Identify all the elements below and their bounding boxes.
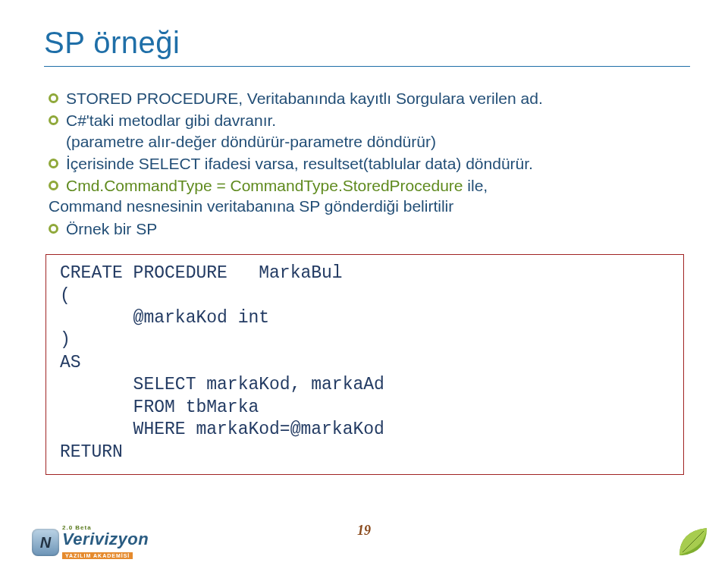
- bullet-text: STORED PROCEDURE, Veritabanında kayıtlı …: [66, 88, 543, 108]
- bullet-icon: [49, 179, 58, 195]
- bullet-icon: [49, 222, 58, 238]
- bullet-icon: [49, 114, 58, 130]
- bullet-text: C#'taki metodlar gibi davranır.: [66, 110, 276, 130]
- code-inline: Cmd.CommandType = CommandType.StoredProc…: [66, 177, 463, 194]
- bullet-continuation: (parametre alır-değer döndürür-parametre…: [66, 131, 436, 152]
- leaf-icon: [676, 525, 710, 558]
- page-number: 19: [357, 523, 371, 539]
- bullet-text: Örnek bir SP: [66, 218, 157, 239]
- bullet-list: STORED PROCEDURE, Veritabanında kayıtlı …: [44, 88, 690, 239]
- logo-subtitle: YAZILIM AKADEMİSİ: [62, 552, 133, 559]
- logo-badge-icon: N: [32, 529, 59, 556]
- bullet-icon: [49, 157, 58, 173]
- bullet-icon: [49, 92, 58, 108]
- brand-logo: N 2.0 Beta Verivizyon YAZILIM AKADEMİSİ: [32, 525, 149, 560]
- logo-brand: Verivizyon: [62, 531, 149, 548]
- bullet-text: İçerisinde SELECT ifadesi varsa, results…: [66, 153, 533, 174]
- slide-title: SP örneği: [44, 26, 690, 67]
- code-block: CREATE PROCEDURE MarkaBul ( @markaKod in…: [46, 254, 684, 475]
- bullet-text: Cmd.CommandType = CommandType.StoredProc…: [66, 175, 488, 196]
- bullet-continuation: Command nesnesinin veritabanına SP gönde…: [49, 196, 453, 216]
